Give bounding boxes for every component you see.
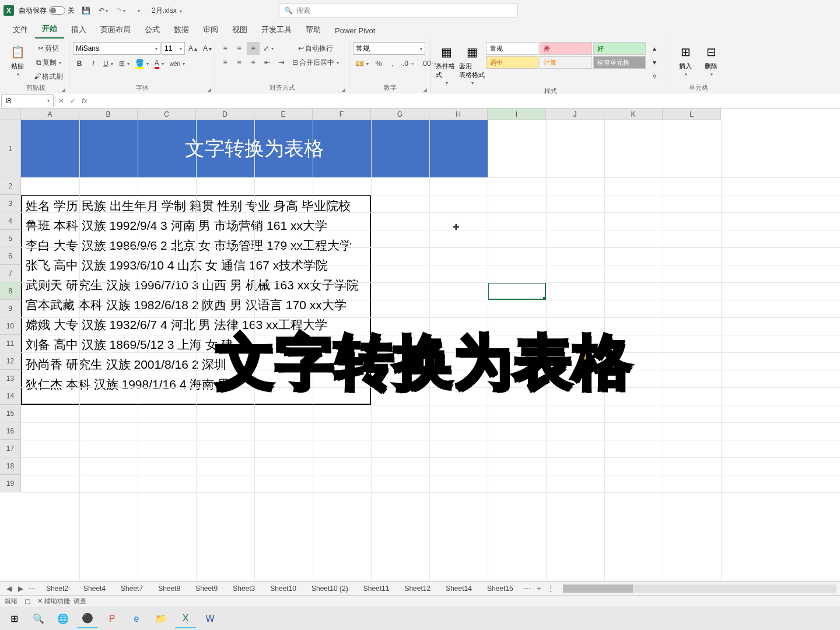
sheet-tab-Sheet14[interactable]: Sheet14 [438, 582, 480, 595]
row-header-6[interactable]: 6 [0, 247, 21, 265]
row-header-1[interactable]: 1 [0, 120, 21, 177]
orientation-button[interactable]: ⤢▾ [261, 42, 276, 55]
sheet-tab-Sheet7[interactable]: Sheet7 [113, 582, 150, 595]
col-header-F[interactable]: F [313, 108, 371, 120]
sheet-tab-Sheet4[interactable]: Sheet4 [76, 582, 113, 595]
row-header-11[interactable]: 11 [0, 335, 21, 352]
style-check[interactable]: 检查单元格 [593, 56, 646, 69]
tab-powerpivot[interactable]: Power Pivot [328, 23, 382, 38]
row-header-13[interactable]: 13 [0, 370, 21, 387]
align-bottom-button[interactable]: ≡ [247, 42, 260, 55]
col-header-B[interactable]: B [79, 108, 138, 120]
row-header-18[interactable]: 18 [0, 457, 21, 475]
style-neutral[interactable]: 适中 [486, 56, 538, 69]
sheet-tab-Sheet8[interactable]: Sheet8 [150, 582, 188, 595]
font-launcher-icon[interactable]: ◢ [207, 87, 211, 93]
italic-button[interactable]: I [87, 57, 100, 70]
style-good[interactable]: 好 [593, 42, 646, 55]
sheet-tab-Sheet9[interactable]: Sheet9 [188, 582, 225, 595]
underline-button[interactable]: U▾ [101, 57, 116, 70]
paste-button[interactable]: 📋 粘贴▾ [6, 42, 29, 78]
style-bad[interactable]: 差 [540, 42, 592, 55]
accessibility-status[interactable]: ✕ 辅助功能: 调查 [37, 597, 86, 606]
increase-font-button[interactable]: A▴ [186, 42, 200, 55]
undo-icon[interactable]: ↶▾ [97, 4, 110, 17]
align-middle-button[interactable]: ≡ [233, 42, 246, 55]
number-launcher-icon[interactable]: ◢ [423, 87, 427, 93]
row-header-17[interactable]: 17 [0, 440, 21, 457]
row-header-12[interactable]: 12 [0, 352, 21, 370]
tab-data[interactable]: 数据 [167, 21, 196, 38]
horizontal-scrollbar[interactable] [563, 584, 836, 593]
col-header-C[interactable]: C [138, 108, 196, 120]
copy-button[interactable]: ⧉复制▾ [32, 56, 65, 69]
col-header-I[interactable]: I [488, 108, 546, 120]
wrap-text-button[interactable]: ↩自动换行 [290, 42, 341, 55]
row-header-19[interactable]: 19 [0, 475, 21, 492]
chrome-icon[interactable]: 🌐 [52, 610, 74, 628]
excel-taskbar-icon[interactable]: X [175, 610, 196, 628]
font-size-combo[interactable]: 11▾ [162, 42, 185, 55]
explorer-icon[interactable]: 📁 [150, 610, 172, 628]
tab-insert[interactable]: 插入 [64, 21, 93, 38]
sheet-split-icon[interactable]: ⋮ [545, 584, 556, 593]
table-format-button[interactable]: ▦套用 表格格式▾ [460, 42, 484, 87]
bold-button[interactable]: B [73, 57, 86, 70]
fill-color-button[interactable]: 🪣▾ [133, 57, 151, 70]
insert-cells-button[interactable]: ⊞插入▾ [674, 42, 697, 78]
name-box[interactable]: I8▾ [1, 94, 54, 107]
sheet-tab-Sheet11[interactable]: Sheet11 [356, 582, 397, 595]
word-icon[interactable]: W [200, 610, 220, 628]
percent-button[interactable]: % [372, 57, 385, 70]
font-color-button[interactable]: A▾ [152, 57, 166, 70]
column-headers[interactable]: ABCDEFGHIJKL [21, 108, 840, 120]
select-all-corner[interactable] [0, 108, 21, 120]
increase-indent-button[interactable]: ⇥ [275, 56, 288, 69]
row-header-2[interactable]: 2 [0, 177, 21, 195]
autosave-toggle[interactable]: 自动保存 关 [19, 6, 75, 16]
row-header-4[interactable]: 4 [0, 212, 21, 230]
styles-more-down-icon[interactable]: ▾ [648, 56, 661, 69]
col-header-D[interactable]: D [196, 108, 254, 120]
tab-formulas[interactable]: 公式 [138, 21, 167, 38]
col-header-E[interactable]: E [254, 108, 313, 120]
row-header-3[interactable]: 3 [0, 195, 21, 212]
row-header-10[interactable]: 10 [0, 317, 21, 335]
tab-pagelayout[interactable]: 页面布局 [93, 21, 138, 38]
sheet-tab-Sheet10 (2)[interactable]: Sheet10 (2) [304, 582, 356, 595]
sheet-nav-next-icon[interactable]: ▶ [15, 584, 26, 593]
cut-button[interactable]: ✂剪切 [32, 42, 65, 55]
qat-customize-icon[interactable]: ▾ [132, 4, 145, 17]
number-format-combo[interactable]: 常规▾ [353, 42, 425, 55]
obs-icon[interactable]: ⚫ [77, 610, 98, 628]
style-normal[interactable]: 常规 [486, 42, 538, 55]
align-top-button[interactable]: ≡ [219, 42, 232, 55]
macro-record-icon[interactable]: ▢ [24, 597, 30, 605]
accept-formula-icon[interactable]: ✓ [67, 97, 79, 105]
align-center-button[interactable]: ≡ [233, 56, 246, 69]
comma-button[interactable]: , [386, 57, 399, 70]
tab-review[interactable]: 审阅 [196, 21, 225, 38]
styles-more-up-icon[interactable]: ▴ [648, 42, 661, 55]
edge-icon[interactable]: e [126, 610, 147, 628]
row-header-15[interactable]: 15 [0, 405, 21, 422]
styles-more-expand-icon[interactable]: ▿ [648, 70, 661, 83]
sheet-nav-more-icon[interactable]: ⋯ [27, 584, 37, 593]
phonetic-button[interactable]: wén▾ [167, 57, 187, 70]
format-painter-button[interactable]: 🖌格式刷 [32, 70, 65, 83]
cancel-formula-icon[interactable]: ✕ [55, 97, 67, 105]
powerpoint-icon[interactable]: P [102, 610, 123, 628]
toggle-icon[interactable] [49, 6, 65, 15]
search-input[interactable]: 🔍 搜索 [279, 3, 518, 18]
sheet-add-icon[interactable]: ＋ [534, 583, 544, 593]
col-header-H[interactable]: H [429, 108, 488, 120]
fx-icon[interactable]: fx [79, 97, 90, 105]
tab-help[interactable]: 帮助 [299, 21, 328, 38]
file-name[interactable]: 2月.xlsx ▾ [152, 6, 182, 16]
tab-view[interactable]: 视图 [225, 21, 254, 38]
sheet-tab-Sheet3[interactable]: Sheet3 [225, 582, 262, 595]
sheet-tab-Sheet10[interactable]: Sheet10 [262, 582, 304, 595]
col-header-G[interactable]: G [371, 108, 429, 120]
col-header-K[interactable]: K [604, 108, 663, 120]
col-header-A[interactable]: A [21, 108, 79, 120]
